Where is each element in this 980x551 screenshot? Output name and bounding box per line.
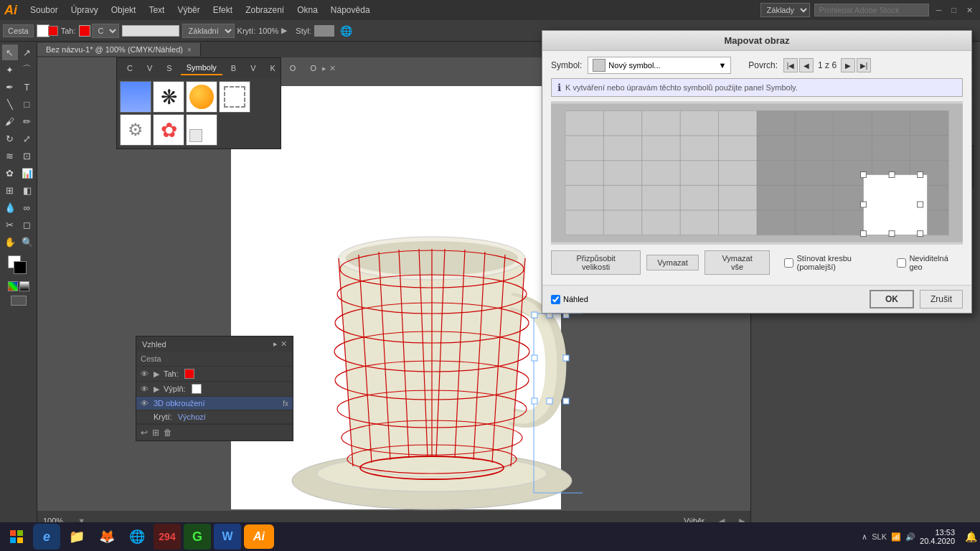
close-btn[interactable]: ✕ [963, 6, 976, 15]
stroke-color-chip[interactable] [184, 369, 194, 379]
hand-tool[interactable]: ✋ [2, 234, 18, 250]
surface-last-btn[interactable]: ▶| [857, 58, 871, 72]
opacity-arrow[interactable]: ▶ [281, 26, 287, 35]
invisible-cb[interactable] [897, 258, 906, 268]
appear-delete-btn[interactable]: 🗑 [164, 428, 172, 438]
rotate-tool[interactable]: ↻ [2, 131, 18, 146]
menu-napoveda[interactable]: Nápověda [325, 2, 376, 18]
mesh-tool[interactable]: ⊞ [2, 182, 18, 198]
scale-tool[interactable]: ⤢ [19, 131, 35, 146]
tab-v[interactable]: V [141, 62, 158, 75]
tab-c[interactable]: C [121, 62, 138, 75]
panel-close-btn[interactable]: ✕ [329, 64, 336, 73]
appear-close[interactable]: ✕ [281, 339, 287, 349]
taskbar-ie[interactable]: e [33, 524, 60, 550]
3d-visible-btn[interactable]: 👁 [141, 399, 151, 408]
menu-soubor[interactable]: Soubor [24, 2, 64, 18]
stock-search[interactable] [814, 4, 929, 17]
symbol-item-gear[interactable]: ⚙ [120, 114, 151, 146]
taskbar-illustrator[interactable]: Ai [244, 524, 274, 549]
clear-all-btn[interactable]: Vymazat vše [705, 250, 771, 275]
symbol-item-flower[interactable]: ✿ [153, 114, 184, 146]
symbol-dropdown-arrow[interactable]: ▼ [718, 61, 726, 70]
appear-collapse[interactable]: ▸ [273, 339, 278, 349]
shade-cb[interactable] [784, 258, 793, 268]
tab-s[interactable]: S [161, 62, 177, 75]
tab-k[interactable]: K [265, 62, 281, 75]
rect-tool[interactable]: □ [19, 96, 35, 112]
select-tool[interactable]: ↖ [2, 44, 18, 60]
3d-label[interactable]: 3D obkroužení [154, 399, 280, 408]
surface-next-btn[interactable]: ▶ [841, 58, 855, 72]
workspace-select[interactable]: Základy [760, 3, 810, 17]
zoom-tool[interactable]: 🔍 [19, 234, 35, 250]
blend-tool[interactable]: ∞ [19, 199, 35, 215]
taskbar-chrome[interactable]: 🌐 [123, 524, 151, 550]
global-btn[interactable]: 🌐 [340, 25, 352, 37]
symbol-item-orange[interactable] [186, 81, 217, 113]
grayscale-btn[interactable] [19, 281, 29, 291]
pencil-tool[interactable]: ✏ [19, 113, 35, 129]
appear-link-btn[interactable]: ↩ [141, 428, 148, 438]
dialog-preview-area[interactable] [551, 101, 963, 245]
tab-o2[interactable]: O [304, 62, 322, 75]
stroke-expand-btn[interactable]: ▶ [154, 369, 159, 379]
magic-wand-tool[interactable]: ✦ [2, 62, 18, 77]
taskbar-explorer[interactable]: 📁 [63, 524, 90, 550]
taskbar-app2[interactable]: G [184, 524, 211, 550]
minimize-btn[interactable]: ─ [933, 6, 945, 14]
warp-tool[interactable]: ≋ [2, 148, 18, 164]
color-mode-btn[interactable] [8, 281, 18, 291]
tab-v2[interactable]: V [245, 62, 261, 75]
line-tool[interactable]: ╲ [2, 96, 18, 112]
tab-o[interactable]: O [284, 62, 302, 75]
dialog-preview-cb[interactable] [551, 295, 560, 304]
fill-expand-btn[interactable]: ▶ [154, 385, 159, 394]
tab-symboly[interactable]: Symboly [181, 61, 222, 75]
lasso-tool[interactable]: ⌒ [19, 62, 35, 77]
menu-efekt[interactable]: Efekt [207, 2, 238, 18]
fit-size-btn[interactable]: Přizpůsobit velikosti [551, 250, 641, 275]
eyedropper-tool[interactable]: 💧 [2, 199, 18, 215]
menu-text[interactable]: Text [143, 2, 170, 18]
appear-duplicate-btn[interactable]: ⊞ [152, 428, 159, 438]
menu-zobrazeni[interactable]: Zobrazení [240, 2, 290, 18]
type-tool[interactable]: T [19, 79, 35, 95]
stroke-color[interactable] [79, 25, 90, 37]
paintbrush-tool[interactable]: 🖌 [2, 113, 18, 129]
symbol-item-small[interactable] [186, 114, 217, 146]
surface-first-btn[interactable]: |◀ [783, 58, 798, 72]
menu-okna[interactable]: Okna [291, 2, 324, 18]
symbol-item-water[interactable] [120, 81, 151, 113]
surface-prev-btn[interactable]: ◀ [799, 58, 814, 72]
clear-btn[interactable]: Vymazat [646, 255, 698, 270]
tab-b[interactable]: B [225, 62, 242, 75]
stroke-weight[interactable]: C [92, 24, 119, 38]
dialog-ok-btn[interactable]: OK [870, 290, 914, 309]
symbol-item-dashed[interactable] [219, 81, 250, 113]
bg-color-swatch[interactable] [14, 261, 27, 274]
eraser-tool[interactable]: ◻ [19, 217, 35, 232]
fill-select[interactable]: Základní [182, 24, 235, 38]
menu-objekt[interactable]: Objekt [105, 2, 142, 18]
opacity-value[interactable]: Výchozí [178, 413, 206, 421]
symbol-sprayer[interactable]: ✿ [2, 165, 18, 181]
style-swatch[interactable] [314, 25, 334, 37]
dialog-cancel-btn[interactable]: Zrušit [920, 290, 963, 309]
stroke-swatch[interactable] [48, 26, 58, 36]
fill-color-chip[interactable] [192, 384, 202, 394]
symbol-select-box[interactable]: Nový symbol... ▼ [588, 57, 731, 74]
taskbar-app1[interactable]: 294 [154, 524, 181, 550]
menu-vyber[interactable]: Výběr [171, 2, 205, 18]
pen-tool[interactable]: ✒ [2, 79, 18, 95]
scissors-tool[interactable]: ✂ [2, 217, 18, 232]
column-graph[interactable]: 📊 [19, 165, 35, 181]
gradient-tool[interactable]: ◧ [19, 182, 35, 198]
stroke-visible-btn[interactable]: 👁 [141, 369, 151, 378]
taskbar-start[interactable] [3, 524, 30, 550]
direct-select-tool[interactable]: ↗ [19, 44, 35, 60]
taskbar-firefox[interactable]: 🦊 [93, 524, 121, 550]
stroke-dash[interactable] [122, 25, 179, 37]
menu-upravy[interactable]: Úpravy [65, 2, 104, 18]
taskbar-clock[interactable]: 13:53 20.4.2020 [920, 528, 961, 545]
